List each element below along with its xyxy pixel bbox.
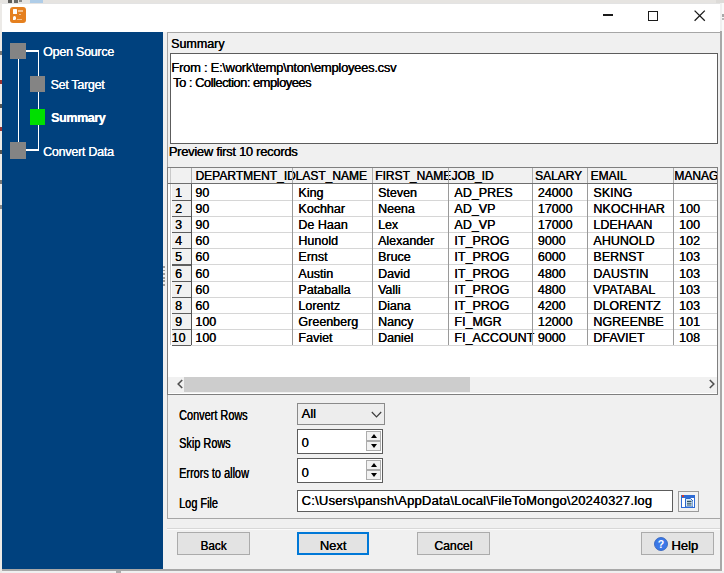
svg-text:?: ?: [658, 537, 664, 549]
